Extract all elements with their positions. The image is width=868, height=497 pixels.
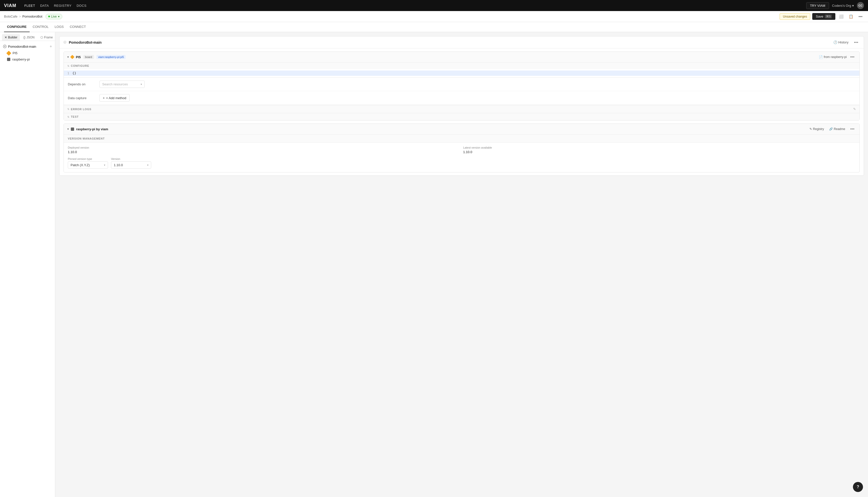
main-layout: ✕ Builder {} JSON ⬡ Frame PomodoroBot-ma… <box>0 32 868 497</box>
sidebar-tab-frame-label: Frame <box>44 36 53 39</box>
version-select-wrapper: Version 1.10.0 ▾ <box>111 157 151 169</box>
breadcrumb-parent[interactable]: BotsCafe <box>4 15 17 18</box>
error-logs-edit-icon[interactable]: ✎ <box>853 107 856 111</box>
version-select[interactable]: 1.10.0 ▾ <box>111 161 151 169</box>
pi5-diamond-icon <box>70 55 74 59</box>
save-label: Save <box>816 15 823 18</box>
raspberry-pi-component-right: ✎ Registry 🔗 Readme ••• <box>808 126 856 132</box>
version-select-label: Version <box>111 157 151 160</box>
tab-connect-label: CONNECT <box>70 25 86 29</box>
raspberry-pi-component-name: raspberry-pi by viam <box>76 127 108 131</box>
sidebar-tab-builder-label: Builder <box>8 36 17 39</box>
raspberry-pi-component-card: ▾ raspberry-pi by viam ✎ Registry 🔗 Read… <box>64 124 860 172</box>
frame-hex-icon: ⬡ <box>40 36 43 39</box>
sidebar-item-raspberry-pi[interactable]: raspberry-pi <box>0 56 55 62</box>
registry-icon: ✎ <box>810 127 812 131</box>
nav-data[interactable]: DATA <box>40 4 49 8</box>
top-navigation: VIAM FLEET DATA REGISTRY DOCS TRY VIAM C… <box>0 0 868 11</box>
panel-title: PomodoroBot-main <box>69 40 102 44</box>
readme-link-button[interactable]: 🔗 Readme <box>828 127 846 131</box>
test-section: ⇅ TEST <box>64 113 859 120</box>
avatar[interactable]: CC <box>857 2 864 9</box>
main-panel: ⦾ PomodoroBot-main 🕐 History ••• ▾ PI5 b… <box>59 36 864 176</box>
save-shortcut: ⌘S <box>825 15 832 18</box>
panel-more-button[interactable]: ••• <box>852 40 860 45</box>
pi5-component-card: ▾ PI5 board viam:raspberry-pi:pi5 📄 from… <box>64 52 860 120</box>
pinned-version-type-value: Patch (X.Y.Z) <box>71 163 90 167</box>
tab-control[interactable]: CONTROL <box>30 22 52 32</box>
main-content: ⦾ PomodoroBot-main 🕐 History ••• ▾ PI5 b… <box>55 32 868 497</box>
latest-version-field: Latest version available 1.10.0 <box>463 146 855 154</box>
plus-icon: + <box>103 96 105 100</box>
tab-logs[interactable]: LOGS <box>52 22 67 32</box>
raspberry-pi-chevron-icon[interactable]: ▾ <box>67 127 69 131</box>
pi5-chevron-icon[interactable]: ▾ <box>67 55 69 59</box>
registry-link-button[interactable]: ✎ Registry <box>808 127 826 131</box>
sidebar: ✕ Builder {} JSON ⬡ Frame PomodoroBot-ma… <box>0 32 55 497</box>
sidebar-item-pi5-label: PI5 <box>13 51 17 55</box>
tab-control-label: CONTROL <box>33 25 49 29</box>
sidebar-tabs: ✕ Builder {} JSON ⬡ Frame <box>0 32 55 41</box>
sidebar-tab-json[interactable]: {} JSON <box>21 34 37 41</box>
registry-label: Registry <box>813 127 824 131</box>
deployed-version-label: Deployed version <box>68 146 460 149</box>
tab-configure-label: CONFIGURE <box>7 25 27 29</box>
error-logs-expand-icon: ⇅ <box>67 108 69 111</box>
live-badge[interactable]: Live ▾ <box>45 14 62 19</box>
save-button[interactable]: Save ⌘S <box>812 13 835 20</box>
raspberry-pi-more-button[interactable]: ••• <box>849 126 856 132</box>
breadcrumb-current: PomodoroBot <box>22 15 42 18</box>
org-name: Coders's Org <box>832 4 851 8</box>
deployed-version-value: 1.10.0 <box>68 150 460 154</box>
org-chevron-icon: ▾ <box>852 4 854 8</box>
add-method-label: + Add method <box>106 96 126 100</box>
error-logs-section: ⇅ ERROR LOGS ✎ <box>64 105 859 113</box>
depends-on-label: Depends on <box>68 82 96 86</box>
add-method-button[interactable]: + + Add method <box>99 94 130 102</box>
sidebar-item-pi5[interactable]: PI5 <box>0 50 55 56</box>
pinned-version-type-wrapper: Pinned version type Patch (X.Y.Z) ▾ <box>68 157 108 169</box>
copy-icon[interactable]: 📋 <box>847 13 855 20</box>
test-expand-icon: ⇅ <box>67 115 69 118</box>
tab-configure[interactable]: CONFIGURE <box>4 22 30 32</box>
line-content-1[interactable]: {} <box>72 71 76 75</box>
error-logs-label: ERROR LOGS <box>71 108 92 111</box>
version-select-value: 1.10.0 <box>114 163 123 167</box>
history-label: History <box>838 40 849 44</box>
sidebar-tab-builder[interactable]: ✕ Builder <box>2 34 20 41</box>
pinned-version-type-select[interactable]: Patch (X.Y.Z) ▾ <box>68 161 108 169</box>
history-button[interactable]: 🕐 History <box>831 39 851 45</box>
org-selector[interactable]: Coders's Org ▾ <box>832 4 854 8</box>
share-icon[interactable]: ⬜ <box>837 13 845 20</box>
viam-logo: VIAM <box>4 3 16 8</box>
pi5-configure-header[interactable]: ⇅ CONFIGURE <box>64 62 859 69</box>
test-label: TEST <box>71 115 79 118</box>
data-capture-row: Data capture + + Add method <box>64 91 859 105</box>
error-logs-header[interactable]: ⇅ ERROR LOGS ✎ <box>64 105 859 113</box>
pi5-from-label: from raspberry-pi <box>824 55 846 59</box>
sidebar-group-pomodorobot-main[interactable]: PomodoroBot-main + <box>0 43 55 50</box>
search-resources-dropdown[interactable]: Search resources ▾ <box>99 81 145 88</box>
json-braces-icon: {} <box>23 36 25 39</box>
line-number-1: 1 <box>67 71 72 75</box>
raspberry-pi-component-header: ▾ raspberry-pi by viam ✎ Registry 🔗 Read… <box>64 124 859 134</box>
test-header[interactable]: ⇅ TEST <box>64 113 859 120</box>
latest-version-label: Latest version available <box>463 146 855 149</box>
nav-docs[interactable]: DOCS <box>76 4 87 8</box>
pi5-more-button[interactable]: ••• <box>849 54 856 60</box>
tab-connect[interactable]: CONNECT <box>67 22 89 32</box>
nav-registry[interactable]: REGISTRY <box>54 4 72 8</box>
add-component-button[interactable]: + <box>50 44 52 49</box>
file-icon: 📄 <box>819 55 823 59</box>
live-label: Live <box>51 15 57 18</box>
try-viam-button[interactable]: TRY VIAM <box>806 2 829 9</box>
nav-fleet[interactable]: FLEET <box>24 4 35 8</box>
nav-links: FLEET DATA REGISTRY DOCS <box>24 4 87 8</box>
version-selects: Pinned version type Patch (X.Y.Z) ▾ Vers… <box>64 157 859 172</box>
sidebar-item-raspberry-pi-label: raspberry-pi <box>12 57 30 61</box>
panel-title-robot-icon: ⦾ <box>64 40 66 44</box>
help-button[interactable]: ? <box>853 482 863 492</box>
more-options-icon[interactable]: ••• <box>857 13 864 19</box>
sidebar-tab-frame[interactable]: ⬡ Frame <box>38 34 55 41</box>
tab-logs-label: LOGS <box>55 25 64 29</box>
